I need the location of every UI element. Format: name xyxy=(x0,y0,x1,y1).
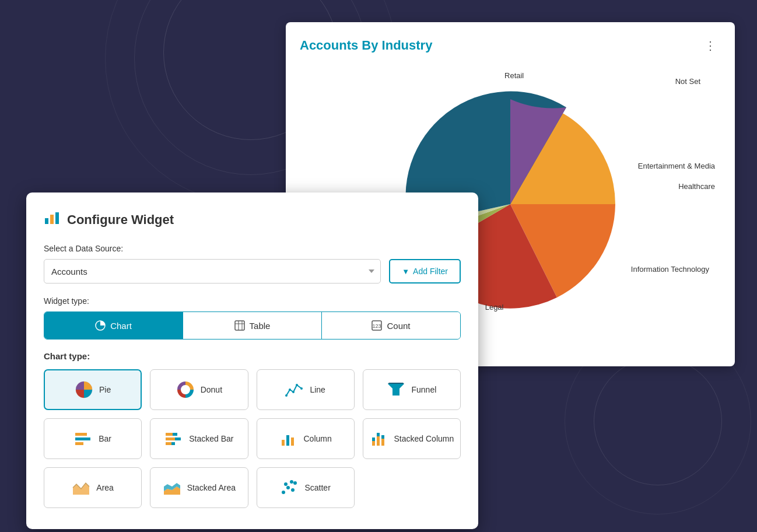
line-icon xyxy=(285,380,304,399)
stacked-area-label: Stacked Area xyxy=(187,483,236,492)
svg-rect-37 xyxy=(381,435,384,439)
pie-label-legal: Legal xyxy=(485,302,504,312)
pie-label-healthcare: Healthcare xyxy=(678,181,715,191)
chart-menu-button[interactable]: ⋮ xyxy=(700,36,721,55)
add-filter-label: Add Filter xyxy=(413,267,448,276)
table-tab-icon xyxy=(234,320,245,331)
svg-rect-20 xyxy=(75,438,90,440)
chart-type-column[interactable]: Column xyxy=(257,418,355,459)
svg-rect-30 xyxy=(291,438,294,446)
svg-point-42 xyxy=(286,486,290,489)
svg-point-45 xyxy=(293,481,297,485)
bar-label: Bar xyxy=(99,434,111,443)
svg-text:123: 123 xyxy=(373,323,381,329)
chart-type-stacked-bar[interactable]: Stacked Bar xyxy=(150,418,248,459)
pie-label: Pie xyxy=(99,385,111,394)
tab-chart[interactable]: Chart xyxy=(44,312,183,339)
pie-icon xyxy=(75,380,93,399)
pie-label-retail: Retail xyxy=(504,70,524,80)
chart-type-stacked-area[interactable]: Stacked Area xyxy=(150,467,248,508)
donut-icon xyxy=(176,380,195,399)
svg-rect-28 xyxy=(282,440,285,446)
chart-tab-icon xyxy=(95,320,106,331)
svg-point-16 xyxy=(300,387,303,390)
filter-icon: ▼ xyxy=(402,267,409,276)
funnel-icon xyxy=(387,380,405,399)
data-source-select[interactable]: Accounts xyxy=(44,259,381,284)
chart-type-bar[interactable]: Bar xyxy=(44,418,142,459)
add-filter-button[interactable]: ▼ Add Filter xyxy=(389,259,461,284)
svg-rect-24 xyxy=(166,438,175,440)
stacked-area-icon xyxy=(163,478,181,497)
column-label: Column xyxy=(304,434,332,443)
chart-type-scatter[interactable]: Scatter xyxy=(257,467,355,508)
count-tab-icon: 123 xyxy=(372,320,382,331)
chart-type-pie[interactable]: Pie xyxy=(44,369,142,410)
pie-label-it: Information Technology xyxy=(631,264,709,274)
svg-point-46 xyxy=(290,480,293,484)
svg-rect-35 xyxy=(377,433,380,436)
column-icon xyxy=(279,429,298,448)
svg-rect-26 xyxy=(166,442,171,445)
svg-rect-2 xyxy=(55,212,59,224)
chart-type-donut[interactable]: Donut xyxy=(150,369,248,410)
stacked-bar-label: Stacked Bar xyxy=(189,434,233,443)
configure-widget-panel: Configure Widget Select a Data Source: A… xyxy=(26,192,478,529)
svg-point-13 xyxy=(289,388,291,391)
svg-rect-36 xyxy=(381,439,384,446)
svg-rect-0 xyxy=(45,218,48,224)
config-header: Configure Widget xyxy=(44,210,461,230)
svg-rect-29 xyxy=(286,435,289,446)
tab-count[interactable]: 123 Count xyxy=(322,312,460,339)
widget-icon xyxy=(44,210,60,226)
stacked-bar-icon xyxy=(164,429,183,448)
area-icon xyxy=(72,478,90,497)
svg-marker-17 xyxy=(388,384,404,396)
tab-table[interactable]: Table xyxy=(183,312,322,339)
stacked-column-label: Stacked Column xyxy=(394,434,454,443)
svg-point-41 xyxy=(282,491,285,494)
svg-point-14 xyxy=(292,391,295,393)
scatter-label: Scatter xyxy=(304,483,330,492)
scatter-icon xyxy=(280,478,299,497)
pie-label-notset: Not Set xyxy=(675,76,700,86)
pie-label-entertainment: Entertainment & Media xyxy=(638,160,715,171)
funnel-label: Funnel xyxy=(411,385,436,394)
widget-type-tabs: Chart Table 123 Count xyxy=(44,312,461,340)
data-source-label: Select a Data Source: xyxy=(44,244,461,253)
svg-rect-33 xyxy=(372,438,375,441)
chart-type-area[interactable]: Area xyxy=(44,467,142,508)
config-title: Configure Widget xyxy=(67,212,174,228)
svg-point-43 xyxy=(284,482,288,486)
widget-type-label: Widget type: xyxy=(44,296,461,306)
svg-rect-22 xyxy=(166,433,173,436)
svg-rect-34 xyxy=(377,436,380,446)
svg-rect-4 xyxy=(235,321,244,330)
chart-type-funnel[interactable]: Funnel xyxy=(363,369,461,410)
data-source-row: Accounts ▼ Add Filter xyxy=(44,259,461,284)
svg-point-12 xyxy=(285,394,288,397)
stacked-column-icon xyxy=(370,429,388,448)
bar-icon xyxy=(74,429,93,448)
svg-rect-21 xyxy=(75,442,83,445)
config-header-icon xyxy=(44,210,60,230)
svg-rect-27 xyxy=(171,442,175,445)
tab-chart-label: Chart xyxy=(110,321,132,331)
chart-type-grid: Pie Donut Line xyxy=(44,369,461,508)
tab-count-label: Count xyxy=(387,321,410,331)
svg-rect-23 xyxy=(173,433,177,436)
svg-point-11 xyxy=(182,386,189,393)
svg-rect-19 xyxy=(75,433,87,436)
chart-header: Accounts By Industry ⋮ xyxy=(300,36,721,55)
chart-type-stacked-column[interactable]: Stacked Column xyxy=(363,418,461,459)
svg-rect-25 xyxy=(175,438,181,440)
chart-title: Accounts By Industry xyxy=(300,38,432,53)
area-label: Area xyxy=(96,483,114,492)
chart-type-line[interactable]: Line xyxy=(257,369,355,410)
donut-label: Donut xyxy=(201,385,222,394)
line-label: Line xyxy=(310,385,325,394)
chart-type-label: Chart type: xyxy=(44,351,461,361)
svg-rect-1 xyxy=(50,215,54,224)
svg-rect-32 xyxy=(372,441,375,446)
svg-point-15 xyxy=(296,384,298,386)
